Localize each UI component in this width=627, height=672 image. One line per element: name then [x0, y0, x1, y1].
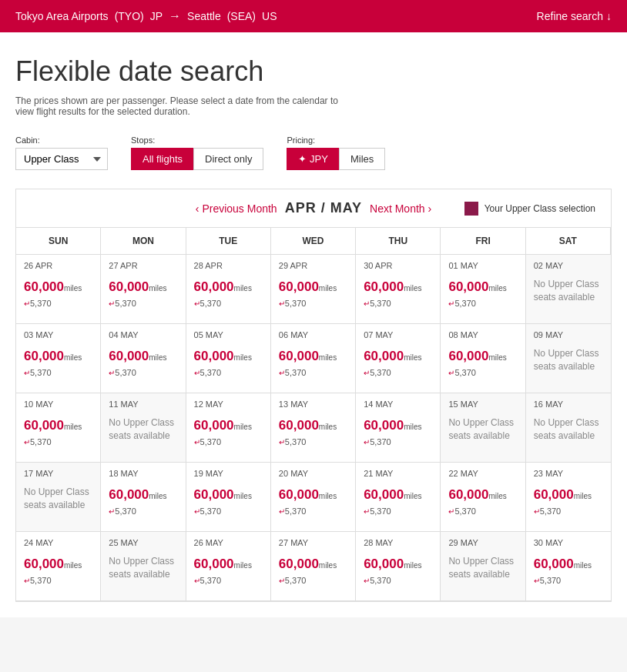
pricing-filter: Pricing: ✦ JPY Miles [287, 135, 385, 170]
calendar-cell[interactable]: 06 MAY 60,000miles ↵5,370 [271, 324, 356, 393]
calendar-cell[interactable]: 26 MAY 60,000miles ↵5,370 [186, 532, 271, 601]
calendar-cell: 02 MAY No Upper Class seats available [526, 255, 611, 324]
calendar-grid: SUNMONTUEWEDTHUFRISAT26 APR 60,000miles … [16, 228, 611, 601]
miles-label: miles [404, 353, 421, 362]
miles-number: 60,000 [279, 418, 319, 433]
miles-label: miles [149, 492, 166, 500]
miles-label: miles [488, 353, 506, 362]
cell-date: 22 MAY [448, 469, 517, 478]
dow-header-sat: SAT [526, 228, 611, 255]
calendar-cell[interactable]: 28 APR 60,000miles ↵5,370 [186, 255, 271, 324]
calendar-cell[interactable]: 22 MAY 60,000miles ↵5,370 [441, 463, 525, 532]
cell-date: 02 MAY [534, 261, 603, 270]
calendar-cell[interactable]: 07 MAY 60,000miles ↵5,370 [356, 324, 441, 393]
cell-tax: ↵5,370 [364, 437, 391, 446]
calendar-cell[interactable]: 05 MAY 60,000miles ↵5,370 [186, 324, 271, 393]
calendar-cell[interactable]: 27 APR 60,000miles ↵5,370 [101, 255, 186, 324]
calendar-cell[interactable]: 03 MAY 60,000miles ↵5,370 [16, 324, 101, 393]
cell-price: 60,000miles ↵5,370 [364, 486, 432, 518]
calendar-cell[interactable]: 28 MAY 60,000miles ↵5,370 [356, 532, 441, 601]
cell-date: 28 MAY [364, 538, 432, 547]
cell-tax: ↵5,370 [194, 299, 222, 308]
cell-price: 60,000miles ↵5,370 [364, 278, 432, 310]
cell-date: 10 MAY [24, 400, 92, 409]
cell-price: 60,000miles ↵5,370 [364, 555, 432, 587]
cell-date: 29 MAY [448, 538, 517, 547]
miles-button[interactable]: Miles [339, 148, 385, 170]
cell-date: 28 APR [194, 261, 263, 270]
cell-date: 27 MAY [279, 538, 347, 547]
cell-tax: ↵5,370 [24, 437, 52, 446]
calendar-cell[interactable]: 18 MAY 60,000miles ↵5,370 [101, 463, 186, 532]
all-flights-button[interactable]: All flights [131, 148, 193, 170]
cell-tax: ↵5,370 [24, 576, 52, 585]
page-content: Flexible date search The prices shown ar… [0, 32, 627, 617]
no-class-text: No Upper Class seats available [534, 347, 603, 373]
origin-code: (TYO) [115, 10, 144, 22]
cell-tax: ↵5,370 [279, 368, 307, 377]
header: Tokyo Area Airports (TYO) JP → Seattle (… [0, 0, 627, 32]
next-month-button[interactable]: Next Month › [370, 202, 431, 215]
calendar-cell[interactable]: 01 MAY 60,000miles ↵5,370 [441, 255, 525, 324]
miles-label: miles [488, 492, 506, 500]
miles-label: miles [404, 284, 421, 293]
calendar-cell[interactable]: 19 MAY 60,000miles ↵5,370 [186, 463, 271, 532]
calendar-cell[interactable]: 08 MAY 60,000miles ↵5,370 [441, 324, 525, 393]
calendar-cell[interactable]: 27 MAY 60,000miles ↵5,370 [271, 532, 356, 601]
refine-search-button[interactable]: Refine search ↓ [537, 10, 612, 22]
cell-date: 30 MAY [534, 538, 603, 547]
miles-label: miles [234, 353, 252, 362]
calendar-cell[interactable]: 24 MAY 60,000miles ↵5,370 [16, 532, 101, 601]
calendar-cell: 11 MAY No Upper Class seats available [101, 393, 186, 463]
calendar-cell[interactable]: 30 MAY 60,000miles ↵5,370 [526, 532, 611, 601]
cell-tax: ↵5,370 [364, 368, 391, 377]
cell-tax: ↵5,370 [448, 368, 476, 377]
cell-date: 27 APR [109, 261, 177, 270]
miles-number: 60,000 [24, 557, 64, 571]
cell-date: 12 MAY [194, 400, 263, 409]
calendar-legend: Your Upper Class selection [464, 202, 595, 216]
cabin-select[interactable]: Upper Class [15, 148, 108, 170]
cell-date: 24 MAY [24, 538, 92, 547]
calendar-cell[interactable]: 30 APR 60,000miles ↵5,370 [356, 255, 441, 324]
direct-only-button[interactable]: Direct only [193, 148, 263, 170]
miles-number: 60,000 [109, 349, 149, 363]
cell-price: 60,000miles ↵5,370 [109, 347, 177, 379]
jpy-button[interactable]: ✦ JPY [287, 148, 338, 170]
calendar-cell[interactable]: 21 MAY 60,000miles ↵5,370 [356, 463, 441, 532]
origin-name: Tokyo Area Airports [15, 10, 109, 22]
calendar-cell[interactable]: 10 MAY 60,000miles ↵5,370 [16, 393, 101, 463]
calendar-cell[interactable]: 23 MAY 60,000miles ↵5,370 [526, 463, 611, 532]
cell-date: 08 MAY [448, 330, 517, 339]
stops-buttons: All flights Direct only [131, 148, 263, 170]
calendar-cell[interactable]: 12 MAY 60,000miles ↵5,370 [186, 393, 271, 463]
calendar-cell[interactable]: 20 MAY 60,000miles ↵5,370 [271, 463, 356, 532]
miles-number: 60,000 [364, 487, 404, 502]
cell-date: 07 MAY [364, 330, 432, 339]
dow-header-sun: SUN [16, 228, 101, 255]
cell-tax: ↵5,370 [194, 437, 222, 446]
calendar-cell[interactable]: 14 MAY 60,000miles ↵5,370 [356, 393, 441, 463]
calendar-cell[interactable]: 04 MAY 60,000miles ↵5,370 [101, 324, 186, 393]
miles-number: 60,000 [279, 557, 319, 571]
cell-tax: ↵5,370 [194, 576, 222, 585]
filters-bar: Cabin: Upper Class Stops: All flights Di… [15, 135, 612, 170]
cell-price: 60,000miles ↵5,370 [534, 486, 603, 518]
cell-date: 23 MAY [534, 469, 603, 478]
cell-tax: ↵5,370 [109, 507, 136, 516]
cell-price: 60,000miles ↵5,370 [24, 278, 92, 310]
miles-label: miles [64, 353, 82, 362]
pricing-label: Pricing: [287, 135, 385, 145]
cell-date: 09 MAY [534, 330, 603, 339]
miles-label: miles [64, 423, 82, 431]
prev-month-button[interactable]: ‹ Previous Month [196, 202, 277, 215]
cell-date: 16 MAY [534, 400, 603, 409]
calendar-cell[interactable]: 29 APR 60,000miles ↵5,370 [271, 255, 356, 324]
cabin-label: Cabin: [15, 135, 108, 145]
calendar-cell[interactable]: 26 APR 60,000miles ↵5,370 [16, 255, 101, 324]
cell-date: 20 MAY [279, 469, 347, 478]
calendar-cell[interactable]: 13 MAY 60,000miles ↵5,370 [271, 393, 356, 463]
destination-code: (SEA) [227, 10, 256, 22]
cell-date: 29 APR [279, 261, 347, 270]
calendar-nav: ‹ Previous Month APR / MAY Next Month › … [16, 189, 611, 228]
